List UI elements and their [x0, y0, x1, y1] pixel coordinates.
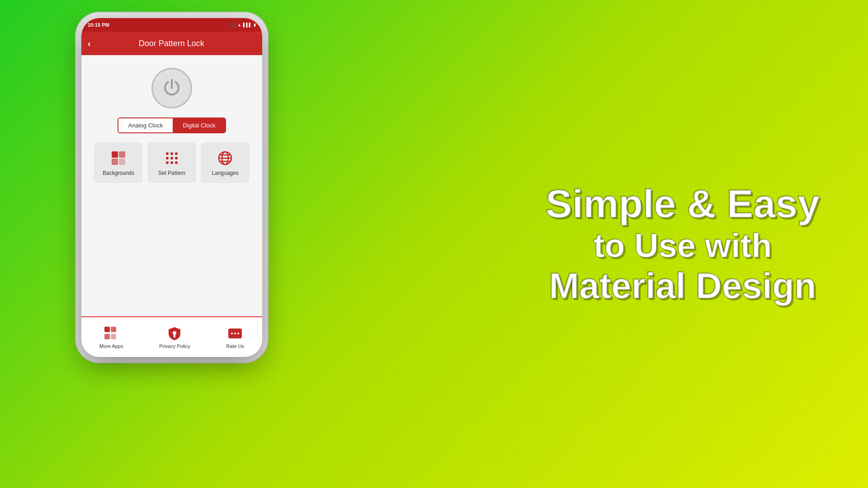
languages-label: Languages	[212, 170, 238, 176]
content-area: Analog Clock Digital Clock	[81, 55, 262, 323]
svg-point-10	[166, 161, 169, 164]
svg-rect-2	[112, 159, 118, 165]
svg-point-26	[234, 333, 236, 334]
app-title: Door Pattern Lock	[96, 39, 247, 48]
svg-rect-23	[174, 335, 175, 338]
analog-clock-button[interactable]: Analog Clock	[118, 118, 173, 132]
svg-rect-18	[104, 327, 110, 332]
status-time: 10:15 PM	[88, 22, 109, 28]
set-pattern-label: Set Pattern	[158, 170, 185, 176]
digital-clock-button[interactable]: Digital Clock	[173, 118, 225, 132]
power-icon	[160, 77, 183, 99]
more-apps-label: More Apps	[99, 343, 123, 349]
privacy-label: Privacy Policy	[159, 343, 190, 349]
svg-rect-1	[119, 151, 125, 158]
app-bar: ‹ Door Pattern Lock	[81, 32, 262, 55]
svg-rect-19	[111, 327, 116, 332]
clock-toggle[interactable]: Analog Clock Digital Clock	[118, 117, 226, 133]
svg-point-5	[170, 152, 173, 155]
svg-point-4	[166, 152, 169, 155]
svg-rect-20	[104, 334, 110, 339]
scene: Simple & Easy to Use with Material Desig…	[0, 0, 868, 488]
svg-point-25	[231, 333, 233, 334]
svg-rect-21	[111, 334, 116, 339]
status-bar: 10:15 PM 🎧 ▲ ▌▌▌ ▮	[81, 18, 262, 32]
wifi-icon: ▲	[237, 23, 241, 27]
back-button[interactable]: ‹	[88, 38, 91, 49]
privacy-icon	[166, 325, 183, 342]
svg-point-8	[170, 157, 173, 160]
backgrounds-menu-item[interactable]: Backgrounds	[94, 142, 143, 183]
tagline-line2: to Use with	[533, 226, 832, 266]
power-button[interactable]	[151, 68, 192, 108]
tagline-line1: Simple & Easy	[533, 182, 832, 226]
pattern-icon	[163, 149, 181, 167]
bottom-nav: More Apps Privacy Policy	[81, 316, 262, 357]
phone-device: 10:15 PM 🎧 ▲ ▌▌▌ ▮ ‹ Door Pattern Lock	[81, 18, 262, 357]
battery-icon: ▮	[254, 23, 256, 27]
languages-icon	[216, 149, 234, 167]
backgrounds-label: Backgrounds	[103, 170, 134, 176]
svg-point-9	[175, 157, 178, 160]
headphone-icon: 🎧	[231, 23, 236, 27]
phone-wrap: 10:15 PM 🎧 ▲ ▌▌▌ ▮ ‹ Door Pattern Lock	[54, 9, 307, 479]
menu-grid: Backgrounds	[94, 142, 250, 183]
rate-us-nav-item[interactable]: Rate Us	[226, 325, 244, 349]
svg-rect-3	[119, 159, 125, 165]
languages-menu-item[interactable]: Languages	[201, 142, 250, 183]
privacy-policy-nav-item[interactable]: Privacy Policy	[159, 325, 190, 349]
more-apps-icon	[103, 325, 119, 342]
svg-point-11	[170, 161, 173, 164]
backgrounds-icon	[109, 149, 127, 167]
rate-icon	[227, 325, 243, 342]
svg-point-22	[173, 331, 176, 335]
signal-icon: ▌▌▌	[243, 23, 252, 27]
tagline-block: Simple & Easy to Use with Material Desig…	[533, 182, 832, 306]
svg-point-27	[237, 333, 239, 334]
rate-us-label: Rate Us	[226, 343, 244, 349]
status-icons: 🎧 ▲ ▌▌▌ ▮	[231, 23, 256, 27]
more-apps-nav-item[interactable]: More Apps	[99, 325, 123, 349]
set-pattern-menu-item[interactable]: Set Pattern	[147, 142, 196, 183]
svg-point-7	[166, 157, 169, 160]
svg-point-6	[175, 152, 178, 155]
svg-point-12	[175, 161, 178, 164]
svg-rect-0	[112, 151, 118, 158]
tagline-line3: Material Design	[533, 266, 832, 306]
